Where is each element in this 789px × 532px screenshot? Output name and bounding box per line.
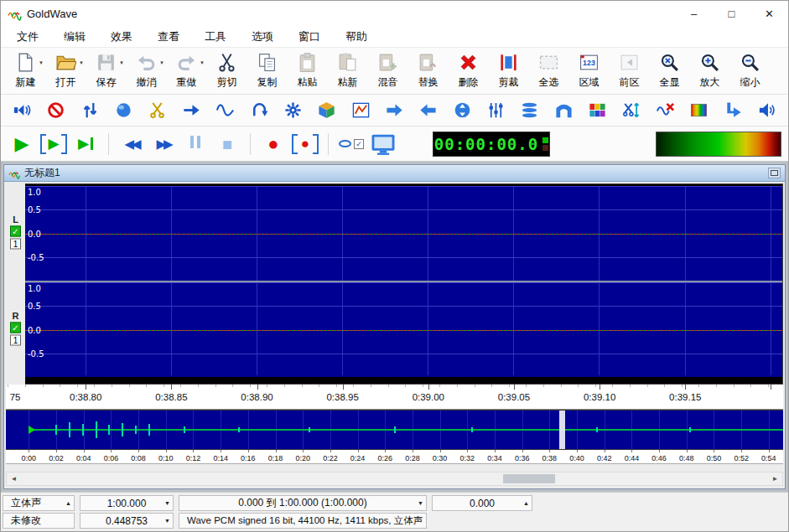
- noise-gate-button[interactable]: [620, 99, 642, 121]
- paste-button[interactable]: 粘贴: [288, 50, 327, 90]
- transport-fast-forward-button[interactable]: ▶▶: [149, 132, 178, 157]
- silence-button[interactable]: [146, 99, 169, 121]
- undo-button[interactable]: ▼撤消: [127, 50, 166, 90]
- overview-label: 0:08: [131, 454, 146, 462]
- volume-button[interactable]: [755, 99, 778, 121]
- dropdown-arrow-icon[interactable]: ▼: [200, 60, 205, 65]
- zoom-in-button[interactable]: 放大: [690, 50, 729, 90]
- zoom-all-button[interactable]: 全显: [650, 50, 689, 90]
- time-ruler[interactable]: 750:38.800:38.850:38.900:38.950:39.000:3…: [6, 385, 783, 410]
- minimize-button[interactable]: –: [675, 1, 713, 26]
- transport-play-selection-button[interactable]: ▶: [39, 132, 68, 157]
- echo-button[interactable]: [518, 99, 541, 121]
- menu-item-7[interactable]: 窗口: [286, 26, 333, 48]
- paste-new-button[interactable]: 粘新: [328, 50, 367, 90]
- close-button[interactable]: ✕: [750, 1, 788, 26]
- select-all-button[interactable]: 全选: [529, 50, 568, 90]
- trim-button[interactable]: 剪裁: [489, 50, 528, 90]
- mechanize-button[interactable]: [112, 99, 135, 121]
- fade-out-icon: [418, 101, 438, 120]
- effect-chain-button[interactable]: [315, 99, 338, 121]
- transport-play-all-button[interactable]: ▶: [71, 132, 100, 157]
- toolbar-button-label: 打开: [56, 75, 76, 90]
- scrollbar-track[interactable]: [21, 473, 768, 485]
- offset-button[interactable]: [180, 99, 203, 121]
- scrollbar-thumb[interactable]: [503, 474, 555, 483]
- menu-item-6[interactable]: 选项: [239, 26, 286, 48]
- disable-button[interactable]: [44, 99, 67, 121]
- horizontal-scrollbar[interactable]: ◄ ►: [6, 472, 783, 486]
- right-channel-waveform[interactable]: 1.00.50.0-0.5: [25, 282, 782, 377]
- region-button[interactable]: 区域: [569, 50, 609, 90]
- document-window-button[interactable]: [768, 168, 781, 178]
- zoom-out-button[interactable]: 缩小: [730, 50, 770, 90]
- new-button[interactable]: ▼新建: [6, 50, 45, 90]
- status-up-arrow-icon[interactable]: ▲: [65, 500, 71, 506]
- menu-item-2[interactable]: 编辑: [51, 26, 98, 48]
- pitch-button[interactable]: [451, 99, 474, 121]
- transport-pause-button[interactable]: [181, 132, 210, 157]
- save-button[interactable]: ▼保存: [86, 50, 126, 90]
- overview-strip[interactable]: [6, 410, 783, 450]
- menu-item-5[interactable]: 工具: [192, 26, 239, 48]
- noise-reduction-button[interactable]: [654, 99, 677, 121]
- status-down-arrow-icon[interactable]: ▼: [418, 500, 423, 506]
- transport-stop-button[interactable]: ■: [213, 132, 241, 157]
- channel-number[interactable]: 1: [10, 335, 21, 346]
- transport-monitor-button[interactable]: [369, 132, 397, 157]
- menu-item-3[interactable]: 效果: [98, 26, 145, 48]
- view-position-indicator[interactable]: [559, 411, 565, 449]
- cut-button[interactable]: 剪切: [207, 50, 247, 90]
- dropdown-arrow-icon[interactable]: ▼: [79, 60, 84, 65]
- replace-button[interactable]: 替换: [408, 50, 448, 90]
- playback-device-button[interactable]: [11, 99, 34, 121]
- menu-item-8[interactable]: 帮助: [333, 26, 380, 48]
- delete-button[interactable]: 删除: [449, 50, 488, 90]
- status-down-arrow-icon[interactable]: ▼: [164, 500, 170, 506]
- play-icon: ▶: [15, 135, 29, 153]
- transport-play-button[interactable]: ▶: [8, 132, 36, 157]
- pan-button[interactable]: [722, 99, 745, 121]
- status-up-arrow-icon[interactable]: ▲: [523, 500, 529, 506]
- disable-icon: [46, 101, 65, 120]
- shape-button[interactable]: [214, 99, 236, 121]
- reverb-button[interactable]: [553, 99, 575, 121]
- waveform-view[interactable]: 1.00.50.0-0.5 1.00.50.0-0.5: [25, 183, 783, 385]
- equalizer-button[interactable]: [485, 99, 507, 121]
- status-down-arrow-icon[interactable]: ▼: [164, 518, 170, 524]
- transport-record-options-button[interactable]: ✓: [337, 132, 366, 157]
- spectrogram-button[interactable]: [688, 99, 710, 121]
- left-channel-waveform[interactable]: 1.00.50.0-0.5: [25, 186, 782, 281]
- transport-record-selection-button[interactable]: ●: [291, 132, 319, 157]
- dropdown-arrow-icon[interactable]: ▼: [39, 60, 44, 65]
- menu-item-4[interactable]: 查看: [145, 26, 192, 48]
- scroll-right-arrow-icon[interactable]: ►: [768, 473, 782, 485]
- start-marker-icon[interactable]: [29, 426, 35, 434]
- flip-button[interactable]: [79, 99, 101, 121]
- redo-button[interactable]: ▼重做: [167, 50, 206, 90]
- transport-record-button[interactable]: ●: [259, 132, 288, 157]
- channel-enable-checkbox[interactable]: ✓: [10, 226, 21, 237]
- ruler-label: 0:38.85: [155, 392, 187, 402]
- fade-in-button[interactable]: [383, 99, 406, 121]
- open-button[interactable]: ▼打开: [46, 50, 86, 90]
- transport-rewind-button[interactable]: ◀◀: [117, 132, 146, 157]
- prev-region-button[interactable]: 前区: [610, 50, 649, 90]
- plugin-button[interactable]: [282, 99, 304, 121]
- fade-out-button[interactable]: [417, 99, 439, 121]
- menu-item-1[interactable]: 文件: [4, 26, 51, 48]
- overview-label: 0:40: [569, 454, 584, 462]
- overview-tick: [303, 450, 304, 452]
- document-title-bar[interactable]: 无标题1: [4, 165, 785, 182]
- dropdown-arrow-icon[interactable]: ▼: [159, 60, 164, 65]
- maximize-button[interactable]: □: [713, 1, 750, 26]
- dropdown-arrow-icon[interactable]: ▼: [119, 60, 124, 65]
- filter-button[interactable]: [586, 99, 609, 121]
- reverse-button[interactable]: [248, 99, 271, 121]
- expression-button[interactable]: [350, 99, 372, 121]
- channel-enable-checkbox[interactable]: ✓: [10, 323, 21, 333]
- scroll-left-arrow-icon[interactable]: ◄: [7, 473, 21, 485]
- copy-button[interactable]: 复制: [247, 50, 287, 90]
- mix-button[interactable]: 混音: [368, 50, 407, 90]
- channel-number[interactable]: 1: [10, 239, 21, 250]
